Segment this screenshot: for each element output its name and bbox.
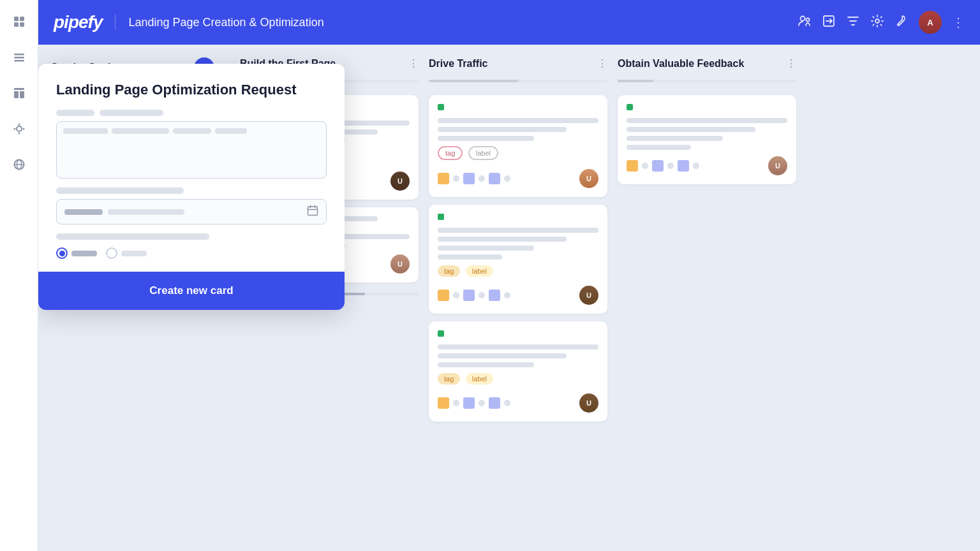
radio-button-selected[interactable] (56, 247, 68, 259)
wrench-icon[interactable] (895, 14, 909, 31)
header: pipefy Landing Page Creation & Optimizat… (38, 0, 980, 45)
sidebar-item-list[interactable] (8, 46, 31, 69)
radio-option-2[interactable] (106, 247, 147, 259)
card-footer: U (438, 393, 598, 413)
card-icons (627, 160, 699, 172)
svg-point-11 (18, 124, 20, 126)
card-icon (463, 290, 475, 301)
card-icon-tag (438, 290, 449, 301)
column-progress-feedback (618, 80, 796, 82)
sidebar-item-grid[interactable] (8, 10, 31, 33)
date-pill2 (108, 209, 184, 215)
field2-label-row (56, 187, 327, 194)
progress-bar (618, 80, 653, 82)
radio-button-empty[interactable] (106, 247, 117, 259)
svg-rect-1 (20, 17, 24, 21)
card-avatar: U (579, 169, 598, 188)
column-menu-feedback[interactable]: ⋮ (786, 57, 796, 70)
card-dot-icon (642, 163, 648, 169)
card-avatar: U (390, 254, 410, 274)
progress-bar (429, 80, 518, 82)
card-icon (489, 397, 500, 409)
header-divider (115, 15, 115, 30)
field3-label-bar (56, 233, 209, 240)
board-title: Landing Page Creation & Optimization (128, 16, 798, 29)
svg-rect-9 (20, 91, 24, 98)
card-icon-tag (627, 160, 638, 172)
card-tag-orange: tag (438, 265, 460, 277)
column-title-feedback: Obtain Valuable Feedback (618, 58, 781, 70)
svg-rect-8 (14, 91, 19, 98)
filter-icon[interactable] (846, 14, 860, 31)
radio-option-1[interactable] (56, 247, 97, 259)
card-dot-icon3 (504, 292, 510, 298)
svg-point-19 (806, 18, 810, 21)
card-line (627, 118, 787, 123)
card-dot-icon2 (479, 292, 485, 298)
sidebar-item-automation[interactable] (8, 117, 31, 140)
avatar-img: U (768, 156, 787, 175)
card-dot-green (438, 104, 444, 110)
card-tag-gray: label (468, 146, 498, 160)
card-tags: tag label (438, 146, 598, 163)
card-tag-yellow: label (466, 373, 493, 385)
field1-label-pill2 (100, 110, 163, 116)
card-tag-orange: tag (438, 373, 460, 385)
column-menu-traffic[interactable]: ⋮ (597, 57, 607, 70)
column-progress-traffic (429, 80, 607, 82)
main-content: pipefy Landing Page Creation & Optimizat… (38, 0, 980, 551)
card-tag-pink: tag (438, 146, 463, 160)
card-dot-green (438, 330, 444, 337)
textarea-field[interactable] (56, 121, 327, 179)
card-line (438, 127, 567, 132)
card-avatar: U (579, 286, 598, 305)
column-header-traffic: Drive Traffic ⋮ (429, 57, 607, 70)
ph-line (112, 128, 169, 134)
user-avatar[interactable]: A (919, 11, 942, 34)
card-dot-green (627, 104, 633, 110)
avatar-img: U (390, 172, 410, 191)
column-menu-build[interactable]: ⋮ (408, 57, 419, 70)
card-line (438, 353, 567, 358)
create-card-label: Create new card (149, 284, 233, 297)
avatar-img: U (390, 254, 410, 274)
board-area: Set the Goals + ⋮ (38, 45, 980, 551)
import-icon[interactable] (822, 14, 836, 31)
card-6[interactable]: tag label U (429, 321, 607, 422)
create-card-button[interactable]: Create new card (38, 272, 345, 310)
svg-point-13 (13, 128, 15, 130)
card-icons (438, 397, 510, 409)
card-7[interactable]: U (618, 95, 796, 184)
card-avatar: U (579, 393, 598, 413)
card-4[interactable]: tag label U (429, 95, 607, 197)
column-title-traffic: Drive Traffic (429, 58, 592, 70)
column-feedback: Obtain Valuable Feedback ⋮ (618, 57, 796, 538)
sidebar-item-table[interactable] (8, 82, 31, 105)
ph-line (215, 128, 247, 134)
card-tag-yellow: label (466, 265, 493, 277)
card-line (438, 254, 502, 260)
radio-label-2 (121, 251, 147, 256)
card-dot-icon2 (479, 175, 485, 182)
card-footer: U (438, 286, 598, 305)
date-input[interactable] (56, 199, 327, 224)
more-options-icon[interactable]: ⋮ (952, 15, 965, 30)
card-icon (652, 160, 664, 172)
modal-title: Landing Page Optimization Request (56, 82, 327, 98)
card-line (627, 127, 755, 132)
card-5[interactable]: tag label U (429, 205, 607, 314)
sidebar (0, 0, 38, 551)
users-icon[interactable] (798, 14, 812, 31)
card-dot-icon3 (504, 175, 510, 182)
sidebar-item-globe[interactable] (8, 153, 31, 176)
header-actions: A ⋮ (798, 11, 965, 34)
app-logo: pipefy (54, 12, 102, 33)
card-icon (489, 290, 500, 301)
svg-rect-4 (14, 54, 24, 55)
column-drive-traffic: Drive Traffic ⋮ tag label (429, 57, 607, 538)
avatar-img: U (579, 286, 598, 305)
field2-label-bar (56, 187, 184, 194)
radio-label-1 (71, 251, 97, 256)
settings-icon[interactable] (870, 14, 884, 31)
avatar-img: U (579, 393, 598, 413)
